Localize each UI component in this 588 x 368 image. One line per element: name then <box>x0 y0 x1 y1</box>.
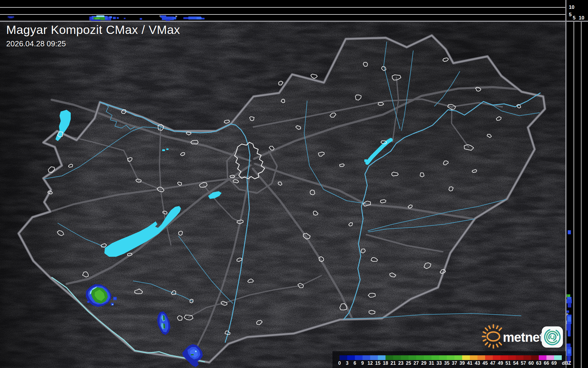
storm-cell-pixel <box>112 304 113 305</box>
colorbar-tick-label: 3 <box>346 361 349 366</box>
lake-speck <box>166 148 169 150</box>
lake-speck <box>364 159 367 162</box>
colorbar-swatch <box>401 355 409 360</box>
colorbar-swatch <box>516 355 523 360</box>
colorbar-swatch <box>447 355 454 360</box>
page-title: Magyar Kompozit CMax / VMax <box>6 23 180 37</box>
colorbar <box>340 355 562 360</box>
map-layers <box>0 21 565 368</box>
colorbar-swatch <box>363 355 370 360</box>
top-axis-label-5km: 5 <box>569 12 571 17</box>
colorbar-swatch <box>508 355 516 360</box>
colorbar-swatch <box>416 355 424 360</box>
right-axis-label-10km: 10 <box>579 15 584 20</box>
colorbar-swatch <box>424 355 431 360</box>
colorbar-swatch <box>470 355 477 360</box>
colorbar-swatch <box>531 355 539 360</box>
colorbar-tick-label: 25 <box>406 361 411 366</box>
colorbar-swatch <box>485 355 493 360</box>
colorbar-tick-label: 0 <box>338 361 341 366</box>
colorbar-swatch <box>431 355 439 360</box>
colorbar-swatch <box>439 355 447 360</box>
storm-cell-pixel <box>87 301 89 303</box>
colorbar-tick-label: 15 <box>375 361 381 366</box>
colorbar-tick-label: 60 <box>528 361 534 366</box>
colorbar-tick-label: 37 <box>452 361 457 366</box>
panel-divider-horizontal <box>0 21 588 22</box>
map-canvas <box>0 0 588 368</box>
metnet-logo: metnet <box>480 322 566 351</box>
colorbar-tick-label: 29 <box>421 361 426 366</box>
colorbar-swatch <box>493 355 500 360</box>
colorbar-swatch <box>539 355 546 360</box>
colorbar-tick-label: 23 <box>398 361 403 366</box>
colorbar-swatch <box>355 355 363 360</box>
colorbar-tick-label: 33 <box>437 361 442 366</box>
colorbar-swatch <box>523 355 531 360</box>
colorbar-tick-label: 63 <box>536 361 541 366</box>
gridline-10km-top <box>0 7 565 8</box>
colorbar-swatch <box>409 355 416 360</box>
gridline-5km-top <box>0 14 565 15</box>
colorbar-swatch <box>393 355 401 360</box>
colorbar-swatch <box>546 355 554 360</box>
gridline-10km-right <box>581 22 582 368</box>
colorbar-tick-label: 27 <box>414 361 419 366</box>
colorbar-unit-label: dBZ <box>562 361 571 366</box>
colorbar-tick-label: 12 <box>368 361 373 366</box>
gridline-5km-right <box>574 22 574 368</box>
timestamp: 2026.04.28 09:25 <box>6 39 180 48</box>
colorbar-swatch <box>554 355 562 360</box>
colorbar-tick-label: 18 <box>383 361 388 366</box>
colorbar-tick-label: 54 <box>513 361 518 366</box>
colorbar-tick-label: 31 <box>429 361 434 366</box>
storm-cell-pixel <box>191 354 194 355</box>
colorbar-tick-label: 66 <box>544 361 549 366</box>
metnet-app-icon <box>542 326 563 348</box>
panel-divider-vertical <box>565 0 566 368</box>
colorbar-swatch <box>477 355 485 360</box>
colorbar-tick-label: 69 <box>551 361 557 366</box>
colorbar-tick-label: 6 <box>354 361 356 366</box>
right-profile-panel <box>566 22 588 368</box>
colorbar-tick-label: 21 <box>391 361 396 366</box>
lake-speck <box>162 149 165 151</box>
colorbar-swatch <box>347 355 355 360</box>
top-profile-panel <box>0 0 565 21</box>
colorbar-tick-label: 51 <box>505 361 511 366</box>
colorbar-tick-label: 9 <box>361 361 364 366</box>
sun-icon <box>480 322 504 351</box>
colorbar-labels: 0369121518212325272931333537394143454749… <box>340 361 575 367</box>
colorbar-swatch <box>462 355 470 360</box>
storm-cell-pixel <box>195 351 197 352</box>
top-axis-label-10km: 10 <box>569 5 574 10</box>
colorbar-tick-label: 57 <box>521 361 526 366</box>
colorbar-swatch <box>340 355 347 360</box>
colorbar-tick-label: 39 <box>459 361 465 366</box>
radar-composite-app: 10 5 5 10 Magyar Kompozit CMax / VMax 20… <box>0 0 588 368</box>
colorbar-swatch <box>378 355 386 360</box>
colorbar-tick-label: 47 <box>490 361 495 366</box>
title-block: Magyar Kompozit CMax / VMax 2026.04.28 0… <box>6 23 180 48</box>
colorbar-swatch <box>454 355 462 360</box>
colorbar-tick-label: 49 <box>498 361 503 366</box>
colorbar-tick-label: 35 <box>444 361 449 366</box>
colorbar-tick-label: 41 <box>467 361 472 366</box>
storm-cell-pixel <box>114 298 116 299</box>
spiral-icon <box>542 326 563 348</box>
colorbar-swatch <box>370 355 378 360</box>
colorbar-swatch <box>386 355 393 360</box>
logo-text: metnet <box>503 330 543 345</box>
right-axis-label-5km: 5 <box>573 15 575 20</box>
colorbar-tick-label: 43 <box>475 361 480 366</box>
profile-axis-corner: 10 5 5 10 <box>566 0 588 21</box>
colorbar-swatch <box>500 355 508 360</box>
colorbar-tick-label: 45 <box>482 361 488 366</box>
